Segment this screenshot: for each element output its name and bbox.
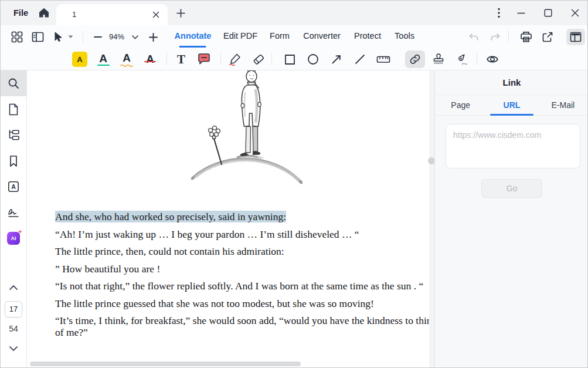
link-icon (409, 53, 421, 65)
tab-form[interactable]: Form (270, 25, 290, 48)
link-type-tabs: Page URL E-Mail (435, 95, 588, 116)
main-toolbar: 94% Annotate Edit PDF Form Converter Pro… (1, 25, 588, 48)
kebab-icon (498, 8, 500, 18)
split-view-button[interactable] (30, 30, 45, 44)
export-button[interactable] (541, 30, 555, 44)
tab-edit-pdf[interactable]: Edit PDF (223, 25, 257, 48)
page-icon (8, 103, 19, 116)
current-page-input[interactable]: 17 (5, 301, 22, 318)
layout-icon (570, 32, 582, 42)
paragraph: ” How beautiful you are ! (55, 264, 429, 275)
document-text: And she, who had worked so precisely, sa… (55, 211, 429, 344)
paragraph: “It’s time, I think, for breakfast,” she… (55, 315, 429, 338)
stamp-icon (432, 53, 445, 66)
next-page-button[interactable] (1, 342, 26, 356)
eye-icon (486, 54, 499, 65)
highlight-tool[interactable]: A (72, 51, 88, 67)
paragraph: “Ah! I’m just waking up … I beg your par… (55, 229, 429, 241)
previous-page-button[interactable] (1, 281, 26, 295)
chevron-down-icon (132, 35, 138, 39)
comment-tool[interactable] (196, 51, 212, 67)
ai-icon: AI✦ (7, 232, 20, 245)
close-window-button[interactable] (568, 6, 582, 20)
panel-title: Link (435, 70, 588, 95)
rectangle-tool[interactable] (281, 51, 298, 67)
stamp-tool[interactable] (430, 51, 447, 67)
sidebar-item-signature[interactable] (1, 205, 26, 220)
measure-tool[interactable] (374, 51, 393, 67)
sidebar-item-ai-assistant[interactable]: AI✦ (1, 231, 26, 245)
zoom-level[interactable]: 94% (104, 25, 130, 48)
link-panel: Link Page URL E-Mail Go (434, 70, 588, 368)
new-tab-button[interactable] (174, 6, 187, 19)
tab-email[interactable]: E-Mail (538, 95, 588, 115)
reading-layout-button[interactable] (566, 29, 585, 45)
home-button[interactable] (36, 5, 52, 21)
paragraph: The little prince guessed that she was n… (55, 298, 429, 310)
horizontal-scrollbar[interactable] (30, 362, 301, 366)
redo-button[interactable] (488, 30, 502, 44)
tab-protect[interactable]: Protect (354, 25, 381, 48)
signature-tool[interactable] (454, 51, 470, 67)
strikethrough-icon: A (146, 53, 154, 65)
pdf-page[interactable]: And she, who had worked so precisely, sa… (27, 70, 429, 368)
link-tool[interactable] (405, 50, 425, 68)
document-tab[interactable]: 1 (56, 4, 168, 25)
divider (83, 31, 83, 42)
highlight-icon: A (72, 52, 87, 67)
comment-icon (197, 53, 211, 66)
paragraph: And she, who had worked so precisely, sa… (55, 211, 429, 223)
tab-converter[interactable]: Converter (303, 25, 341, 48)
thumbnail-grid-button[interactable] (10, 30, 24, 44)
home-icon (38, 7, 50, 19)
titlebar: File 1 (1, 1, 588, 25)
close-icon (570, 8, 580, 18)
sidebar-item-pages[interactable] (1, 102, 26, 116)
zoom-in-button[interactable] (146, 30, 160, 44)
undo-button[interactable] (467, 30, 481, 44)
text-icon: T (177, 53, 185, 66)
strikethrough-tool[interactable]: A (142, 51, 158, 67)
panel-resize-gutter[interactable] (429, 70, 434, 368)
plus-icon (176, 9, 185, 18)
maximize-button[interactable] (541, 6, 555, 20)
tab-page[interactable]: Page (435, 95, 486, 115)
file-menu[interactable]: File (10, 1, 32, 25)
squiggly-tool[interactable]: A (118, 51, 135, 67)
go-button[interactable]: Go (481, 179, 542, 198)
minimize-button[interactable] (514, 6, 528, 20)
total-pages-label: 54 (1, 324, 26, 333)
sidebar-item-annotations[interactable]: A (1, 180, 26, 194)
underline-tool[interactable]: A (95, 51, 111, 67)
eraser-icon (252, 53, 265, 66)
tab-annotate[interactable]: Annotate (175, 25, 212, 48)
close-icon (152, 11, 159, 18)
add-text-tool[interactable]: T (173, 51, 189, 67)
sidebar-item-bookmarks[interactable] (1, 154, 26, 168)
url-input[interactable] (446, 124, 580, 168)
arrow-tool[interactable] (328, 51, 345, 67)
pencil-tool[interactable] (227, 51, 243, 67)
tab-url[interactable]: URL (486, 95, 537, 115)
sidebar-item-search[interactable] (1, 76, 26, 90)
annotate-toolbar: A A A A T (1, 48, 588, 70)
tab-tools[interactable]: Tools (395, 25, 414, 48)
ellipse-tool[interactable] (305, 51, 321, 67)
caret-down-icon (68, 35, 73, 39)
eraser-tool[interactable] (250, 51, 267, 67)
selected-text[interactable]: And she, who had worked so precisely, sa… (55, 211, 286, 222)
show-annotations-tool[interactable] (484, 51, 501, 67)
divider (220, 53, 221, 65)
line-tool[interactable] (352, 51, 368, 67)
select-tool-button[interactable] (51, 30, 65, 44)
bookmark-icon (8, 155, 19, 167)
sidebar-item-outline[interactable] (1, 128, 26, 142)
zoom-out-button[interactable] (91, 30, 105, 44)
print-button[interactable] (519, 30, 533, 44)
close-tab-button[interactable] (151, 10, 161, 19)
select-tool-dropdown[interactable] (66, 30, 74, 44)
underline-icon: A (97, 53, 110, 66)
ruler-icon (376, 55, 390, 64)
overflow-menu-button[interactable] (492, 6, 506, 20)
zoom-dropdown[interactable] (130, 30, 140, 44)
